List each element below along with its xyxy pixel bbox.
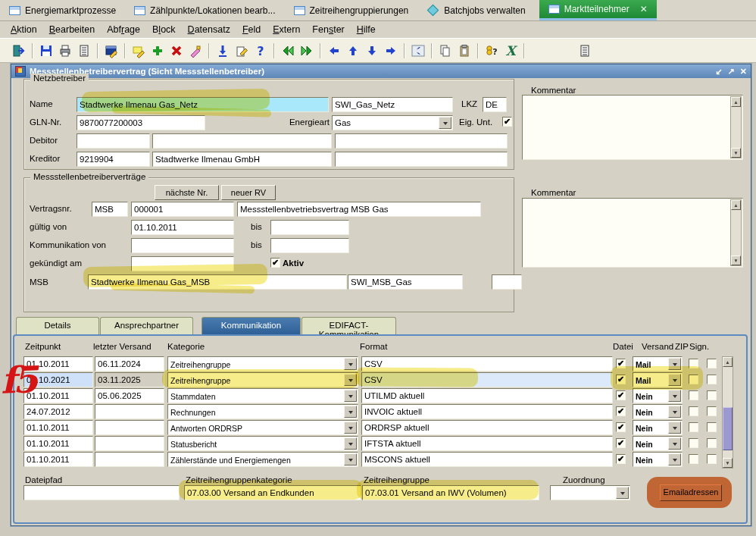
print-icon[interactable] — [57, 42, 73, 58]
chevron-down-icon[interactable] — [668, 390, 681, 402]
vertrag-kommentar-scrollbar[interactable]: ▲ ▼ — [730, 199, 742, 266]
kreditor-extra-field[interactable] — [335, 152, 508, 167]
sign-checkbox-row2[interactable] — [707, 375, 717, 384]
datei-checkbox-row7[interactable] — [616, 454, 626, 464]
letzter-versand-field-row5[interactable] — [95, 420, 164, 435]
letzter-versand-field-row4[interactable] — [95, 404, 164, 419]
maximize-icon[interactable]: ↗ — [728, 67, 735, 77]
debitor-extra-field[interactable] — [335, 133, 508, 149]
excel-export-icon[interactable]: X — [502, 42, 518, 58]
datei-checkbox-row3[interactable] — [616, 390, 626, 400]
sign-checkbox-row3[interactable] — [707, 390, 717, 400]
zip-checkbox-row3[interactable] — [689, 390, 698, 400]
chevron-down-icon[interactable] — [344, 453, 357, 465]
chevron-down-icon[interactable] — [344, 358, 357, 370]
window-tab-marktteilnehmer[interactable]: Marktteilnehmer✕ — [539, 0, 657, 20]
debitor-name-field[interactable] — [152, 133, 332, 149]
edit-icon[interactable] — [233, 42, 249, 58]
zeitpunkt-field-row1[interactable]: 01.10.2011 — [23, 356, 93, 371]
scroll-up-icon[interactable]: ▲ — [731, 97, 741, 107]
window-tab-energiemarktprozesse[interactable]: Energiemarktprozesse — [0, 0, 125, 20]
table-scrollbar[interactable]: ▲ ▼ — [722, 356, 733, 469]
sign-checkbox-row6[interactable] — [707, 438, 717, 448]
delete-record-icon[interactable] — [168, 42, 184, 58]
dateipfad-field[interactable] — [23, 485, 180, 500]
menu-abfrage[interactable]: Abfrage — [101, 23, 146, 36]
menu-fenster[interactable]: Fenster — [306, 23, 350, 36]
kategorie-dropdown-row6[interactable]: Statusbericht — [167, 436, 358, 451]
chevron-down-icon[interactable] — [344, 422, 357, 434]
kategorie-dropdown-row5[interactable]: Antworten ORDRSP — [167, 420, 358, 435]
zeitpunkt-field-row7[interactable]: 01.10.2011 — [23, 452, 93, 467]
zip-checkbox-row4[interactable] — [689, 406, 698, 416]
tab-kommunikation[interactable]: Kommunikation — [201, 317, 301, 334]
vertrag-kommentar-textarea[interactable]: ▲ ▼ — [522, 198, 743, 268]
neuer-rv-button[interactable]: neuer RV — [221, 185, 276, 200]
letzter-versand-field-row1[interactable]: 06.11.2024 — [95, 356, 164, 371]
kommunikation-von-field[interactable] — [131, 238, 234, 253]
sign-checkbox-row5[interactable] — [707, 422, 717, 432]
tab-edifact-kommunikation[interactable]: EDIFACT-Kommunikation — [301, 317, 396, 334]
chevron-down-icon[interactable] — [668, 437, 681, 450]
scroll-down-icon[interactable]: ▼ — [731, 148, 741, 158]
sign-checkbox-row1[interactable] — [707, 359, 717, 368]
nav-up-icon[interactable] — [345, 42, 361, 58]
previous-block-icon[interactable] — [280, 42, 295, 58]
scroll-down-icon[interactable]: ▼ — [723, 458, 733, 468]
naechste-nr-button[interactable]: nächste Nr. — [155, 185, 219, 200]
menu-feld[interactable]: Feld — [236, 23, 267, 36]
letzter-versand-field-row6[interactable] — [95, 436, 164, 451]
brand-icon[interactable] — [410, 42, 426, 58]
window-tab-z-hlpunkte-lokationen-bearb-[interactable]: Zählpunkte/Lokationen bearb... — [125, 0, 284, 20]
save-icon[interactable] — [38, 42, 54, 58]
report-icon[interactable] — [76, 42, 92, 58]
scroll-down-icon[interactable]: ▼ — [731, 255, 741, 265]
vertrag-bezeichnung-field[interactable]: Messstellenbvetriebsvertrag MSB Gas — [237, 202, 481, 217]
kategorie-dropdown-row3[interactable]: Stammdaten — [167, 388, 358, 403]
format-field-row7[interactable]: MSCONS aktuell — [361, 452, 613, 467]
format-field-row3[interactable]: UTILMD aktuell — [361, 388, 613, 403]
scrollbar-thumb[interactable] — [723, 407, 733, 450]
gln-field[interactable]: 9870077200003 — [77, 115, 205, 130]
letzter-versand-field-row2[interactable]: 03.11.2025 — [95, 372, 164, 387]
vertrag-prefix-field[interactable]: MSB — [92, 202, 128, 217]
kommunikation-bis-field[interactable] — [270, 238, 349, 253]
debitor-nr-field[interactable] — [77, 133, 150, 149]
chevron-down-icon[interactable] — [668, 422, 681, 434]
window-tab-batchjobs-verwalten[interactable]: Batchjobs verwalten — [417, 0, 534, 20]
kategorie-dropdown-row7[interactable]: Zählerstände und Energiemengen — [167, 452, 358, 467]
datei-checkbox-row4[interactable] — [616, 406, 626, 416]
kreditor-name-field[interactable]: Stadtwerke Ilmenau GmbH — [152, 152, 332, 167]
tab-ansprechpartner[interactable]: Ansprechpartner — [100, 317, 193, 334]
versand-dropdown-row5[interactable]: Nein — [633, 420, 683, 435]
menu-datensatz[interactable]: Datensatz — [182, 23, 236, 36]
enter-query-icon[interactable] — [130, 42, 146, 58]
lkz-field[interactable]: DE — [483, 97, 507, 112]
window-tab-zeitreihengruppierungen[interactable]: Zeitreihengruppierungen — [285, 0, 418, 20]
netz-kommentar-textarea[interactable]: ▲ ▼ — [522, 95, 743, 160]
zip-checkbox-row7[interactable] — [689, 454, 698, 464]
nav-left-icon[interactable] — [326, 42, 342, 58]
gueltig-bis-field[interactable] — [270, 220, 349, 235]
nav-down-icon[interactable] — [364, 42, 380, 58]
zeitpunkt-field-row5[interactable]: 01.10.2011 — [23, 420, 93, 435]
netz-kommentar-scrollbar[interactable]: ▲ ▼ — [730, 96, 742, 158]
zeitpunkt-field-row6[interactable]: 01.10.2011 — [23, 436, 93, 451]
menu-block[interactable]: Block — [146, 23, 182, 36]
kreditor-nr-field[interactable]: 9219904 — [77, 152, 150, 167]
copy-icon[interactable] — [437, 42, 453, 58]
tab-details[interactable]: Details — [16, 317, 99, 334]
datei-checkbox-row5[interactable] — [616, 422, 626, 432]
commit-icon[interactable] — [214, 42, 230, 58]
letzter-versand-field-row7[interactable] — [95, 452, 164, 467]
scroll-up-icon[interactable]: ▲ — [731, 200, 741, 210]
vertrag-nr-field[interactable]: 000001 — [131, 202, 234, 217]
clear-record-icon[interactable] — [187, 42, 203, 58]
zuordnung-dropdown[interactable] — [550, 485, 630, 500]
chevron-down-icon[interactable] — [668, 406, 681, 418]
currency-help-icon[interactable]: ? — [483, 42, 499, 58]
help-icon[interactable]: ? — [252, 42, 268, 58]
netz-code-field[interactable]: SWI_Gas_Netz — [332, 97, 453, 112]
menu-hilfe[interactable]: Hilfe — [351, 23, 382, 36]
versand-dropdown-row6[interactable]: Nein — [633, 436, 683, 451]
